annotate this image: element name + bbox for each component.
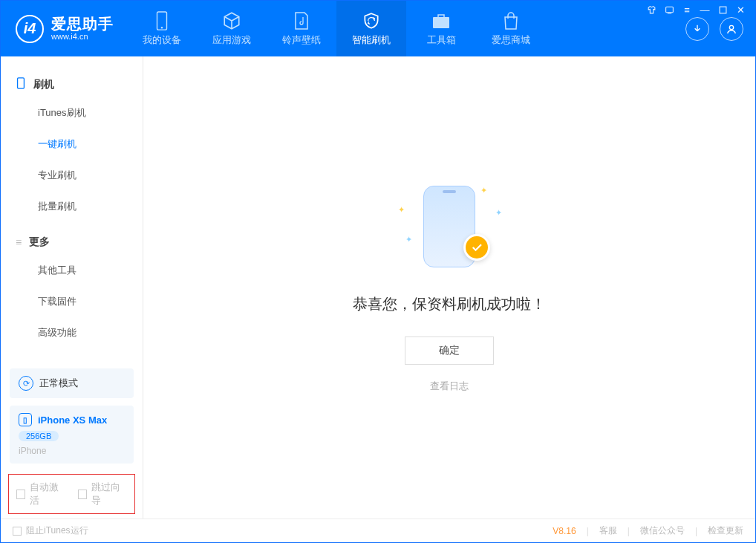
nav-flash[interactable]: 智能刷机: [336, 1, 406, 56]
sidebar-item-itunes-flash[interactable]: iTunes刷机: [1, 97, 143, 129]
checkbox-label: 自动激活: [30, 481, 65, 507]
section-title: 刷机: [33, 78, 54, 91]
sidebar-section-more: ≡ 更多: [1, 230, 143, 255]
phone-icon: [152, 11, 172, 30]
sidebar-item-onekey-flash[interactable]: 一键刷机: [1, 129, 143, 160]
app-logo: i4 爱思助手 www.i4.cn: [1, 1, 127, 56]
device-icon: ▯: [19, 413, 32, 426]
download-manager-button[interactable]: [685, 17, 709, 41]
success-illustration: ✦ ✦ ✦ ✦: [394, 183, 505, 272]
check-badge-icon: [463, 234, 490, 261]
feedback-icon[interactable]: [664, 4, 674, 15]
sidebar-item-batch-flash[interactable]: 批量刷机: [1, 191, 143, 222]
nav-label: 我的设备: [143, 33, 181, 47]
nav-my-device[interactable]: 我的设备: [127, 1, 197, 56]
minimize-icon[interactable]: —: [700, 4, 710, 15]
nav-toolbox[interactable]: 工具箱: [406, 1, 476, 56]
skin-icon[interactable]: [646, 4, 656, 15]
version-label: V8.16: [553, 526, 576, 536]
view-log-link[interactable]: 查看日志: [430, 380, 469, 393]
nav-label: 工具箱: [427, 33, 456, 47]
sidebar-item-advanced[interactable]: 高级功能: [1, 317, 143, 348]
sidebar-item-pro-flash[interactable]: 专业刷机: [1, 160, 143, 191]
nav-label: 智能刷机: [352, 33, 391, 47]
logo-badge-icon: i4: [16, 15, 44, 43]
device-card[interactable]: ▯ iPhone XS Max 256GB iPhone: [10, 406, 134, 464]
bag-icon: [501, 11, 521, 30]
mode-icon: ⟳: [19, 376, 33, 391]
close-icon[interactable]: ✕: [735, 4, 746, 15]
content-area: ✦ ✦ ✦ ✦ 恭喜您，保资料刷机成功啦！ 确定 查看日志: [143, 56, 755, 518]
device-subline: iPhone: [19, 446, 125, 456]
device-name: iPhone XS Max: [38, 414, 107, 426]
refresh-shield-icon: [362, 11, 381, 30]
nav-ringtone[interactable]: 铃声壁纸: [267, 1, 336, 56]
nav-store[interactable]: 爱思商城: [476, 1, 546, 56]
sidebar-section-flash: 刷机: [1, 71, 143, 97]
device-small-icon: [16, 77, 26, 91]
nav-apps[interactable]: 应用游戏: [197, 1, 267, 56]
footer-link-wechat[interactable]: 微信公众号: [640, 524, 685, 537]
status-bar: 阻止iTunes运行 V8.16 | 客服 | 微信公众号 | 检查更新: [1, 518, 755, 542]
briefcase-icon: [431, 11, 451, 30]
cube-icon: [222, 11, 241, 30]
options-highlight-box: 自动激活 跳过向导: [8, 474, 135, 514]
svg-rect-6: [18, 78, 25, 88]
confirm-button[interactable]: 确定: [405, 336, 494, 365]
mode-label: 正常模式: [39, 377, 78, 390]
account-button[interactable]: [720, 17, 743, 41]
svg-point-3: [161, 27, 163, 28]
section-title: 更多: [29, 235, 50, 249]
checkbox-block-itunes[interactable]: 阻止iTunes运行: [13, 524, 88, 537]
sidebar: 刷机 iTunes刷机 一键刷机 专业刷机 批量刷机 ≡ 更多 其他工具 下载固…: [1, 56, 143, 518]
app-title: 爱思助手: [51, 16, 114, 32]
svg-rect-1: [720, 7, 726, 13]
maximize-icon[interactable]: [717, 4, 728, 15]
checkbox-skip-guide[interactable]: 跳过向导: [78, 481, 128, 507]
footer-link-update[interactable]: 检查更新: [708, 524, 743, 537]
svg-rect-0: [665, 7, 673, 13]
mode-chip[interactable]: ⟳ 正常模式: [10, 368, 134, 398]
music-file-icon: [292, 11, 311, 30]
app-subtitle: www.i4.cn: [51, 32, 114, 41]
checkbox-auto-activate[interactable]: 自动激活: [16, 481, 66, 507]
nav-label: 爱思商城: [492, 33, 530, 47]
nav-label: 铃声壁纸: [282, 33, 321, 47]
nav-label: 应用游戏: [212, 33, 251, 47]
checkbox-label: 阻止iTunes运行: [26, 524, 88, 537]
device-storage-badge: 256GB: [19, 431, 59, 441]
svg-rect-4: [433, 17, 449, 28]
menu-icon[interactable]: ≡: [682, 4, 692, 15]
checkbox-label: 跳过向导: [91, 481, 127, 507]
list-icon: ≡: [16, 236, 22, 248]
sidebar-item-other-tools[interactable]: 其他工具: [1, 255, 143, 286]
svg-point-5: [729, 25, 733, 29]
footer-link-service[interactable]: 客服: [599, 524, 617, 537]
sidebar-item-download-fw[interactable]: 下载固件: [1, 286, 143, 317]
success-message: 恭喜您，保资料刷机成功啦！: [353, 294, 546, 314]
